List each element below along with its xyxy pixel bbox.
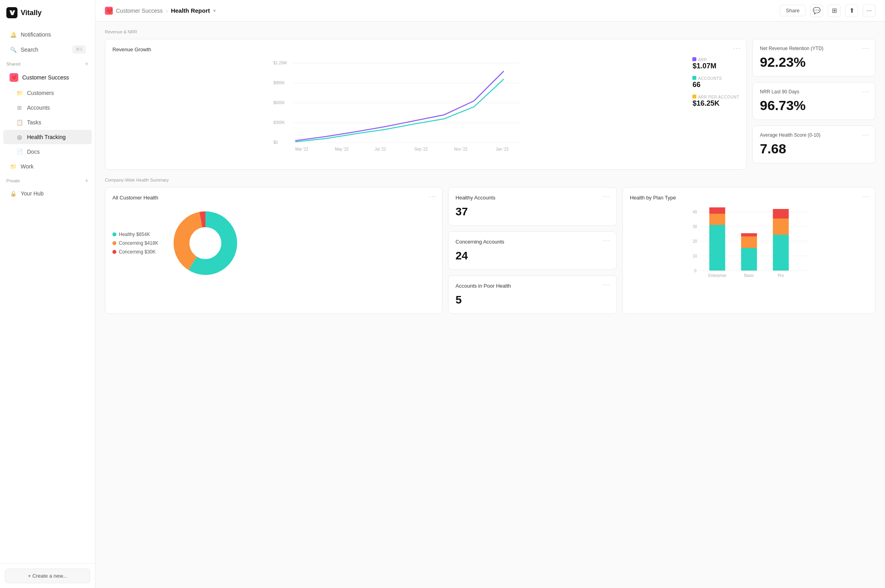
svg-text:May '22: May '22: [335, 147, 349, 151]
avg-health-menu[interactable]: ···: [862, 132, 870, 139]
svg-text:$1.20M: $1.20M: [273, 61, 286, 65]
hub-icon: 🔒: [10, 190, 17, 197]
nrr-90-card: ··· NRR Last 90 Days 96.73%: [752, 82, 875, 120]
sidebar-item-work[interactable]: 📁 Work: [3, 159, 92, 174]
add-shared-button[interactable]: +: [85, 60, 89, 68]
private-section-label: Private +: [0, 174, 95, 186]
add-private-button[interactable]: +: [85, 177, 89, 184]
bell-icon: 🔔: [10, 31, 17, 38]
plan-type-menu[interactable]: ···: [862, 193, 870, 200]
all-health-title: All Customer Health: [112, 195, 435, 201]
basic-healthy-bar: [741, 248, 757, 271]
arr-legend: ARR $1.07M: [692, 57, 739, 70]
sidebar-item-tasks[interactable]: 📋 Tasks: [3, 115, 92, 130]
nrr-ytd-menu[interactable]: ···: [862, 45, 870, 52]
enterprise-poor-bar: [709, 207, 725, 214]
sidebar-item-health-tracking[interactable]: ◎ Health Tracking: [3, 130, 92, 144]
poor-health-menu[interactable]: ···: [603, 281, 611, 288]
revenue-chart-svg: $1.20M $900K $600K $300K $0: [112, 57, 692, 161]
svg-text:$0: $0: [273, 140, 278, 145]
right-metric-cards: ··· Net Revenue Retention (YTD) 92.23% ·…: [752, 39, 875, 170]
nrr-ytd-label: Net Revenue Retention (YTD): [760, 46, 868, 51]
pro-poor-bar: [773, 209, 788, 219]
nrr-ytd-value: 92.23%: [760, 54, 868, 70]
pro-healthy-bar: [773, 235, 788, 271]
arr-per-account-legend: ARR PER ACCOUNT $16.25K: [692, 95, 739, 108]
plan-type-chart-svg: 40 30 20 10 0: [630, 205, 868, 301]
sidebar-item-your-hub[interactable]: 🔒 Your Hub: [3, 186, 92, 201]
sidebar-item-customers[interactable]: 📁 Customers: [3, 86, 92, 100]
svg-text:Basic: Basic: [744, 273, 754, 278]
poor-health-title: Accounts in Poor Health: [456, 283, 609, 289]
nrr-90-menu[interactable]: ···: [862, 88, 870, 95]
revenue-grid: Revenue Growth ··· $1.20M $900K $600K $3…: [105, 39, 875, 170]
topbar: ❤️ Customer Success › Health Report ▾ Sh…: [95, 0, 885, 21]
sidebar-item-customer-success[interactable]: ❤️ Customer Success: [3, 70, 92, 85]
create-new-button[interactable]: + Create a new...: [5, 569, 90, 583]
plan-type-card: Health by Plan Type ··· 40 30 20 10 0: [622, 187, 875, 314]
revenue-chart-menu[interactable]: ···: [733, 45, 741, 52]
enterprise-healthy-bar: [709, 225, 725, 271]
basic-poor-bar: [741, 233, 757, 236]
breadcrumb-cs-icon: ❤️: [105, 7, 113, 15]
revenue-chart-title: Revenue Growth: [112, 46, 739, 52]
plan-type-title: Health by Plan Type: [630, 195, 868, 201]
poor-dot: [112, 250, 116, 254]
breadcrumb-parent[interactable]: Customer Success: [116, 8, 162, 14]
revenue-growth-card: Revenue Growth ··· $1.20M $900K $600K $3…: [105, 39, 747, 170]
chart-legend: ARR $1.07M ACCOUNTS 66 ARR PER ACCOUNT $…: [692, 57, 739, 162]
enterprise-concerning-bar: [709, 214, 725, 225]
topbar-actions: Share 💬 ⊞ ⬆ ···: [780, 4, 875, 17]
svg-text:30: 30: [692, 224, 697, 229]
donut-legend: Healthy $654K Concerning $418K Concernin…: [112, 232, 158, 255]
svg-text:Jul '22: Jul '22: [375, 147, 386, 151]
comment-icon-button[interactable]: 💬: [810, 4, 823, 17]
more-options-button[interactable]: ···: [863, 4, 875, 17]
poor-health-accounts-card: ··· Accounts in Poor Health 5: [448, 275, 617, 314]
legend-concerning: Concerning $418K: [112, 240, 158, 246]
avg-health-label: Average Health Score (0-10): [760, 132, 868, 138]
svg-text:Nov '22: Nov '22: [454, 147, 468, 151]
app-logo: Vitally: [0, 0, 95, 25]
donut-wrapper: Healthy $654K Concerning $418K Concernin…: [112, 205, 435, 281]
breadcrumb-dropdown[interactable]: ▾: [213, 8, 216, 14]
avg-health-value: 7.68: [760, 141, 868, 157]
svg-text:Mar '22: Mar '22: [295, 147, 308, 151]
svg-text:Pro: Pro: [778, 273, 784, 278]
sidebar-item-docs[interactable]: 📄 Docs: [3, 145, 92, 159]
concerning-accounts-menu[interactable]: ···: [603, 237, 611, 244]
sidebar-item-notifications[interactable]: 🔔 Notifications: [3, 27, 92, 42]
svg-text:20: 20: [692, 239, 697, 244]
svg-text:$300K: $300K: [273, 120, 285, 125]
avg-health-card: ··· Average Health Score (0-10) 7.68: [752, 126, 875, 163]
share-button[interactable]: Share: [780, 5, 806, 16]
breadcrumb-separator: ›: [166, 8, 168, 14]
doc-icon: 📄: [16, 148, 23, 155]
svg-text:Sep '22: Sep '22: [414, 147, 428, 151]
main-content: ❤️ Customer Success › Health Report ▾ Sh…: [95, 0, 885, 588]
healthy-accounts-menu[interactable]: ···: [603, 193, 611, 200]
table-icon: ⊞: [16, 104, 23, 111]
svg-text:10: 10: [692, 254, 697, 258]
svg-text:$600K: $600K: [273, 101, 285, 105]
health-mid-cards: ··· Healthy Accounts 37 ··· Concerning A…: [448, 187, 617, 314]
folder-icon: 📁: [16, 89, 23, 97]
export-icon-button[interactable]: ⬆: [845, 4, 858, 17]
logo-icon: [6, 7, 17, 18]
layout-icon-button[interactable]: ⊞: [828, 4, 841, 17]
shared-section-label: Shared +: [0, 57, 95, 69]
svg-point-19: [189, 227, 221, 259]
revenue-chart-area: $1.20M $900K $600K $300K $0: [112, 57, 692, 162]
pro-concerning-bar: [773, 219, 788, 235]
healthy-accounts-value: 37: [456, 205, 609, 218]
sidebar: Vitally 🔔 Notifications 🔍 Search ⌘S Shar…: [0, 0, 95, 588]
content-area: Revenue & NRR Revenue Growth ··· $1.20M …: [95, 21, 885, 588]
sidebar-item-search[interactable]: 🔍 Search ⌘S: [3, 42, 92, 57]
concerning-accounts-card: ··· Concerning Accounts 24: [448, 231, 617, 270]
sidebar-item-accounts[interactable]: ⊞ Accounts: [3, 101, 92, 115]
app-name: Vitally: [21, 9, 42, 17]
all-customer-health-card: All Customer Health ··· Healthy $654K Co…: [105, 187, 442, 314]
concerning-accounts-value: 24: [456, 250, 609, 262]
nrr-90-value: 96.73%: [760, 98, 868, 113]
all-health-menu[interactable]: ···: [429, 193, 436, 200]
